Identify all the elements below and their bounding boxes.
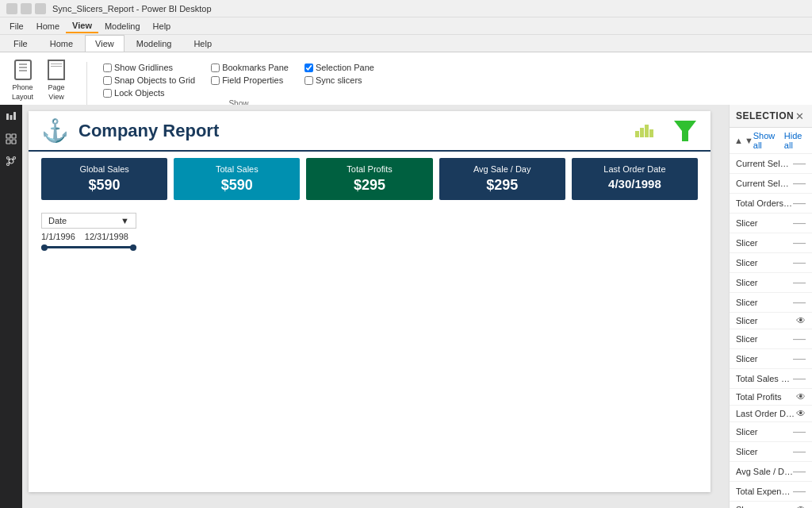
sort-arrows[interactable]: ▲ ▼ [734, 136, 753, 145]
sort-desc-icon[interactable]: ▼ [745, 136, 753, 145]
visibility-dash-icon[interactable]: — [793, 216, 806, 230]
title-text: Sync_Slicers_Report - Power BI Desktop [52, 4, 212, 13]
sort-asc-icon[interactable]: ▲ [734, 136, 743, 145]
slicer-slider[interactable] [41, 246, 136, 248]
snap-input[interactable] [103, 76, 112, 85]
menu-file[interactable]: File [3, 20, 30, 33]
selection-item[interactable]: Slicer— [730, 214, 812, 233]
ribbon-tabs: File Home View Modeling Help [0, 35, 812, 52]
visibility-dash-icon[interactable]: — [793, 464, 806, 479]
tab-file[interactable]: File [3, 35, 38, 52]
kpi-row: Global Sales $590 Total Sales $590 Total… [29, 152, 710, 206]
slider-handle-left[interactable] [41, 244, 48, 251]
visibility-dash-icon[interactable]: — [793, 196, 806, 210]
tab-modeling[interactable]: Modeling [126, 35, 182, 52]
visibility-dash-icon[interactable]: — [793, 332, 806, 346]
phone-layout-button[interactable]: Phone Layout [6, 56, 39, 105]
slider-handle-right[interactable] [130, 244, 136, 251]
visibility-dash-icon[interactable]: — [793, 236, 806, 250]
selection-item[interactable]: Shape👁 [730, 502, 812, 508]
selection-item[interactable]: Slicer— [730, 273, 812, 293]
nav-data-icon[interactable] [2, 130, 20, 148]
phone-layout-label2: Layout [12, 93, 33, 101]
selection-item[interactable]: Total Profits👁 [730, 389, 812, 406]
selection-item-label: Slicer [736, 258, 793, 267]
visibility-dash-icon[interactable]: — [793, 256, 806, 270]
fieldprops-checkbox[interactable]: Field Properties [211, 75, 289, 85]
title-bar: Sync_Slicers_Report - Power BI Desktop [0, 0, 812, 17]
back-icon[interactable] [6, 3, 17, 14]
forward-icon[interactable] [21, 3, 32, 14]
visibility-eye-icon[interactable]: 👁 [796, 408, 806, 419]
tab-help[interactable]: Help [183, 35, 222, 52]
selection-item-label: Avg Sale / Day [736, 467, 793, 476]
visibility-dash-icon[interactable]: — [793, 295, 806, 310]
fieldprops-input[interactable] [211, 76, 220, 85]
canvas-area[interactable]: ⚓ Company Report [22, 105, 729, 508]
selection-item-label: Slicer [736, 447, 793, 456]
svg-rect-5 [6, 140, 10, 144]
selection-item-label: Slicer [736, 316, 796, 325]
menu-help[interactable]: Help [147, 20, 178, 33]
slicer-header[interactable]: Date ▼ [41, 213, 136, 229]
kpi-global-sales: Global Sales $590 [41, 158, 167, 200]
bookmarks-input[interactable] [211, 64, 220, 72]
visibility-dash-icon[interactable]: — [793, 156, 806, 171]
visibility-dash-icon[interactable]: — [793, 176, 806, 190]
menu-home[interactable]: Home [30, 20, 66, 33]
selection-item[interactable]: Slicer— [730, 349, 812, 369]
selection-pane-close[interactable]: ✕ [794, 110, 806, 122]
selection-item[interactable]: Slicer— [730, 422, 812, 442]
svg-rect-3 [6, 134, 10, 138]
show-all-link[interactable]: Show all [753, 131, 779, 150]
selection-item[interactable]: Current Selections— [730, 154, 812, 174]
tab-home[interactable]: Home [40, 35, 83, 52]
gridlines-checkbox[interactable]: Show Gridlines [103, 63, 195, 72]
lock-input[interactable] [103, 89, 112, 98]
lock-checkbox[interactable]: Lock Objects [103, 88, 195, 98]
phone-layout-icon [14, 60, 32, 80]
selection-item[interactable]: Slicer— [730, 329, 812, 349]
sync-slicers-input[interactable] [304, 76, 313, 85]
bookmarks-checkbox[interactable]: Bookmarks Pane [211, 63, 289, 72]
selection-item[interactable]: Slicer— [730, 293, 812, 313]
selection-item[interactable]: Current Selections— [730, 174, 812, 194]
selection-item[interactable]: Total Sales Rolling Aver...— [730, 369, 812, 389]
gridlines-input[interactable] [103, 64, 112, 72]
selection-item[interactable]: Slicer— [730, 253, 812, 273]
action-links: Show all Hide all [753, 131, 807, 150]
visibility-dash-icon[interactable]: — [793, 444, 806, 459]
selection-item[interactable]: Total Orders by Year, Q...— [730, 194, 812, 214]
visibility-eye-icon[interactable]: 👁 [796, 504, 806, 508]
selection-item[interactable]: Last Order Date👁 [730, 406, 812, 422]
visibility-dash-icon[interactable]: — [793, 371, 806, 386]
sync-slicers-checkbox[interactable]: Sync slicers [304, 75, 374, 85]
ribbon-group-show: Show Gridlines Snap Objects to Grid Lock… [103, 63, 374, 108]
visibility-eye-icon[interactable]: 👁 [796, 315, 806, 326]
menu-view[interactable]: View [66, 19, 98, 33]
hide-all-link[interactable]: Hide all [784, 131, 807, 150]
selection-item[interactable]: Slicer— [730, 442, 812, 462]
snap-checkbox[interactable]: Snap Objects to Grid [103, 75, 195, 85]
nav-model-icon[interactable] [2, 152, 20, 170]
menu-modeling[interactable]: Modeling [98, 20, 147, 33]
tab-view[interactable]: View [85, 35, 124, 52]
visibility-dash-icon[interactable]: — [793, 425, 806, 439]
save-icon[interactable] [35, 3, 46, 14]
ribbon: File Home View Modeling Help Phone Layou… [0, 35, 812, 105]
selection-item[interactable]: Slicer👁 [730, 313, 812, 329]
title-bar-icons [6, 3, 46, 14]
visibility-eye-icon[interactable]: 👁 [796, 391, 806, 402]
selection-item[interactable]: Avg Sale / Day— [730, 462, 812, 482]
visibility-dash-icon[interactable]: — [793, 484, 806, 498]
selection-pane-checkbox[interactable]: Selection Pane [304, 63, 374, 72]
selection-pane-input[interactable] [304, 64, 313, 72]
svg-point-10 [7, 164, 10, 166]
visibility-dash-icon[interactable]: — [793, 352, 806, 366]
page-view-button[interactable]: Page View [42, 56, 71, 105]
selection-item[interactable]: Slicer— [730, 233, 812, 253]
nav-report-icon[interactable] [2, 108, 20, 125]
svg-marker-14 [674, 121, 696, 141]
visibility-dash-icon[interactable]: — [793, 275, 806, 290]
selection-item[interactable]: Total Expenses— [730, 482, 812, 502]
